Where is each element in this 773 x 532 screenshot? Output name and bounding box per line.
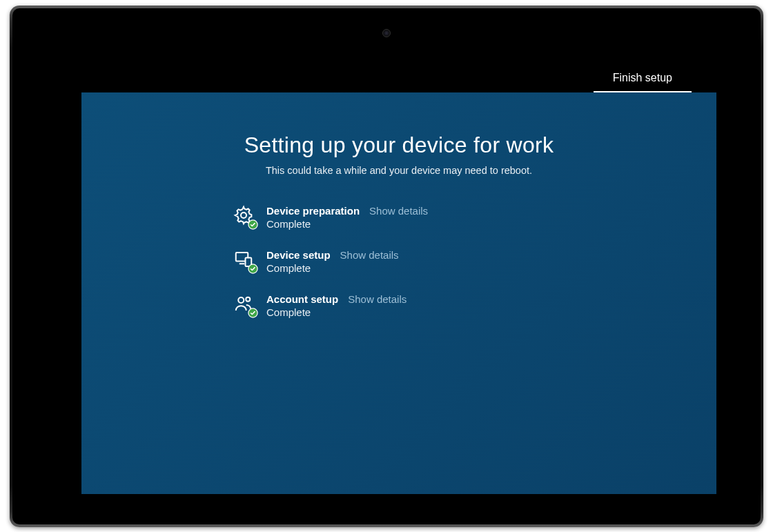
svg-point-5 [238,297,244,303]
show-details-link[interactable]: Show details [348,293,407,305]
finish-setup-label: Finish setup [594,70,692,90]
svg-point-0 [241,213,246,218]
page-subtitle: This could take a while and your device … [266,165,532,176]
step-status: Complete [266,262,399,274]
step-status: Complete [266,218,428,230]
tablet-bezel: Finish setup Setting up your device for … [12,8,761,524]
step-text: Account setup Show details Complete [266,293,407,318]
checkmark-badge-icon [248,308,258,318]
step-title: Device setup [266,249,331,261]
finish-setup-button[interactable]: Finish setup [594,70,692,92]
step-title: Account setup [266,293,338,305]
setup-steps-list: Device preparation Show details Complete [206,205,592,318]
content-area: Setting up your device for work This cou… [81,92,716,318]
camera-icon [382,29,391,37]
step-account-setup: Account setup Show details Complete [233,293,592,318]
gear-icon [233,205,257,228]
people-icon [233,293,257,317]
header-bar: Finish setup [81,70,692,91]
svg-point-6 [246,297,250,302]
checkmark-badge-icon [248,219,258,230]
setup-screen: Setting up your device for work This cou… [81,92,716,494]
page-title: Setting up your device for work [244,132,554,158]
step-title: Device preparation [266,205,360,217]
step-text: Device setup Show details Complete [266,249,399,274]
step-status: Complete [266,306,407,318]
show-details-link[interactable]: Show details [340,249,399,261]
step-device-setup: Device setup Show details Complete [233,249,592,274]
devices-icon [233,249,257,273]
step-text: Device preparation Show details Complete [266,205,428,230]
checkmark-badge-icon [248,264,258,274]
step-device-preparation: Device preparation Show details Complete [233,205,592,230]
show-details-link[interactable]: Show details [369,205,428,217]
